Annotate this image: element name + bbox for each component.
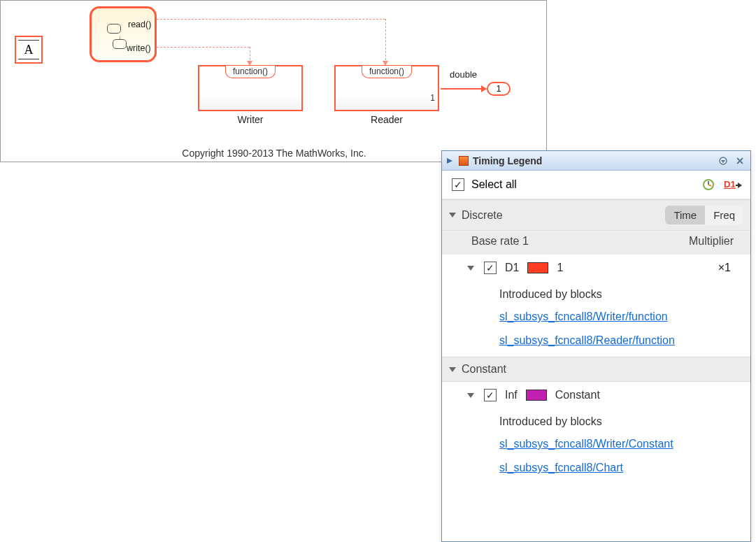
discrete-block-link[interactable]: sl_subsys_fcncall8/Writer/function bbox=[499, 311, 668, 322]
discrete-subheader: Base rate 1 Multiplier bbox=[442, 231, 750, 255]
highlight-timing-icon[interactable] bbox=[700, 178, 717, 192]
list-item: sl_subsys_fcncall8/Chart bbox=[442, 456, 750, 480]
constant-label: Constant bbox=[462, 363, 506, 376]
rate-color-swatch bbox=[526, 390, 547, 401]
close-icon[interactable] bbox=[734, 155, 746, 167]
discrete-block-link[interactable]: sl_subsys_fcncall8/Reader/function bbox=[499, 334, 675, 346]
reader-block-name: Reader bbox=[334, 114, 439, 125]
svg-line-7 bbox=[708, 185, 711, 186]
constant-block-link[interactable]: sl_subsys_fcncall8/Writer/Constant bbox=[499, 438, 673, 450]
panel-body: ✓ Select all D1 Discrete Time bbox=[442, 171, 750, 541]
reader-subsystem-block[interactable]: function() 1 bbox=[334, 65, 439, 111]
multiplier-header-label: Multiplier bbox=[689, 235, 743, 248]
rate-value: 1 bbox=[557, 262, 563, 274]
chart-transition-icon: ↓ bbox=[118, 34, 122, 41]
writer-trigger-label: function() bbox=[225, 66, 276, 78]
block-a-label: A bbox=[24, 43, 34, 57]
pin-icon bbox=[445, 156, 455, 166]
rate-multiplier: ×1 bbox=[718, 262, 741, 274]
svg-marker-0 bbox=[447, 158, 452, 164]
writer-block-name: Writer bbox=[198, 114, 303, 125]
rate-name: D1 bbox=[505, 262, 519, 274]
panel-app-icon bbox=[459, 156, 469, 166]
writer-subsystem-block[interactable]: function() bbox=[198, 65, 303, 111]
constant-group-header[interactable]: Constant bbox=[442, 357, 750, 382]
constant-block-link[interactable]: sl_subsys_fcncall8/Chart bbox=[499, 462, 623, 473]
annotate-rate-icon[interactable]: D1 bbox=[724, 178, 741, 192]
discrete-label: Discrete bbox=[462, 209, 503, 222]
list-item: sl_subsys_fcncall8/Writer/Constant bbox=[442, 432, 750, 456]
list-item: sl_subsys_fcncall8/Reader/function bbox=[442, 329, 750, 352]
rate-d1-checkbox[interactable]: ✓ bbox=[484, 262, 497, 274]
reader-outport-number: 1 bbox=[430, 93, 435, 103]
chart-state-icon bbox=[107, 24, 121, 34]
constant-rate-row: ✓ Inf Constant bbox=[442, 382, 750, 408]
fcncall-line-write bbox=[157, 47, 250, 48]
discrete-group-header[interactable]: Discrete Time Freq bbox=[442, 199, 750, 231]
select-all-checkbox[interactable]: ✓ bbox=[452, 178, 464, 191]
reader-trigger-label: function() bbox=[362, 66, 412, 78]
toggle-freq-button[interactable]: Freq bbox=[705, 206, 743, 224]
chevron-down-icon[interactable] bbox=[449, 367, 456, 372]
base-rate-label: Base rate 1 bbox=[471, 235, 529, 248]
chart-read-label: read() bbox=[128, 20, 151, 29]
timing-legend-panel: Timing Legend ✓ Select all D1 bbox=[441, 150, 751, 542]
rate-name: Inf bbox=[505, 389, 518, 401]
panel-titlebar[interactable]: Timing Legend bbox=[442, 151, 750, 171]
constant-intro-label: Introduced by blocks bbox=[442, 408, 750, 432]
chevron-down-icon[interactable] bbox=[467, 266, 474, 271]
discrete-rate-row: ✓ D1 1 ×1 bbox=[442, 255, 750, 281]
chart-write-label: write() bbox=[127, 43, 151, 53]
select-all-row: ✓ Select all D1 bbox=[442, 171, 750, 199]
fcncall-line-read bbox=[157, 19, 385, 20]
rate-value: Constant bbox=[555, 389, 600, 401]
discrete-intro-label: Introduced by blocks bbox=[442, 281, 750, 305]
signal-line-reader-to-outport[interactable] bbox=[441, 88, 485, 90]
toggle-time-button[interactable]: Time bbox=[665, 206, 705, 224]
model-reference-block-a[interactable]: A bbox=[15, 36, 43, 64]
time-freq-toggle: Time Freq bbox=[665, 206, 743, 224]
svg-marker-2 bbox=[721, 160, 725, 163]
outport-block[interactable]: 1 bbox=[487, 82, 511, 96]
rate-inf-checkbox[interactable]: ✓ bbox=[484, 389, 497, 401]
chevron-down-icon[interactable] bbox=[467, 393, 474, 398]
stateflow-chart-block[interactable]: ↓ read() write() bbox=[90, 6, 157, 62]
fcncall-line-read bbox=[385, 19, 386, 64]
signal-datatype-label: double bbox=[450, 69, 477, 80]
outport-number: 1 bbox=[497, 84, 501, 94]
model-canvas[interactable]: A ↓ read() write() function() Writer fun… bbox=[0, 0, 547, 162]
panel-menu-button[interactable] bbox=[717, 155, 729, 167]
list-item: sl_subsys_fcncall8/Writer/function bbox=[442, 305, 750, 329]
panel-title: Timing Legend bbox=[473, 155, 713, 166]
rate-color-swatch bbox=[527, 262, 548, 273]
select-all-label: Select all bbox=[471, 178, 517, 191]
chevron-down-icon[interactable] bbox=[449, 213, 456, 217]
